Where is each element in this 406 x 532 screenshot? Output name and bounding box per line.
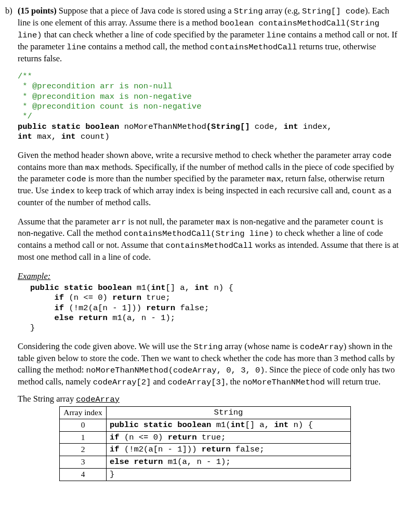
code-inline: String: [234, 7, 263, 16]
code-inline: count: [352, 187, 376, 196]
cell-str: }: [107, 469, 351, 481]
code-inline: codeArray: [300, 342, 344, 352]
ex: return: [146, 303, 180, 313]
ex: else return: [30, 313, 112, 323]
sig: code,: [255, 122, 284, 131]
question-container: b) (15 points) Suppose that a piece of J…: [5, 5, 399, 481]
txt: , the: [226, 377, 243, 387]
cell-str: else return m1(a, n - 1);: [107, 456, 351, 469]
table-title: The String array codeArray: [18, 393, 399, 405]
ex: [] a,: [165, 283, 194, 292]
txt: array (whose name is: [222, 341, 300, 351]
txt: that can check whether a line of code sp…: [42, 30, 267, 39]
jdoc-line: /**: [18, 72, 32, 81]
code-inline: line: [67, 43, 86, 52]
code-inline: count: [351, 218, 375, 227]
jdoc-line: * @precondition count is non-negative: [18, 102, 201, 111]
ex: if: [30, 293, 69, 302]
code-inline: containsMethodCall: [210, 43, 297, 52]
ex: public static boolean: [30, 283, 137, 292]
cell-idx: 0: [60, 419, 107, 431]
points-label: (15 points): [18, 6, 57, 16]
sig: int: [61, 132, 81, 141]
txt: is non-negative and the parameter: [230, 217, 351, 227]
code-inline: codeArray[2]: [93, 378, 151, 387]
code-inline: code: [372, 151, 391, 161]
code-inline: index: [51, 187, 75, 196]
ex: }: [30, 323, 35, 332]
code-array-table: Array index String 0 public static boole…: [59, 406, 351, 482]
ex: (!m2(a[n - 1])): [69, 303, 146, 313]
sig: int: [18, 132, 37, 141]
code-inline: codeArray: [76, 395, 120, 404]
cell-str: public static boolean m1(int[] a, int n)…: [107, 419, 351, 431]
sig: max,: [37, 132, 61, 141]
code-inline: String: [193, 342, 222, 352]
ex: m1(a, n - 1);: [112, 313, 175, 323]
txt: The String array: [18, 394, 76, 404]
cell-idx: 3: [60, 456, 107, 469]
txt: array (e.g,: [263, 6, 302, 16]
sig: index,: [303, 122, 337, 131]
txt: is not null, the parameter: [126, 217, 216, 227]
txt: Suppose that a piece of Java code is sto…: [57, 6, 234, 16]
txt: will return true.: [325, 377, 381, 387]
txt: to keep track of which array index is be…: [75, 185, 352, 195]
ex: int: [194, 283, 209, 292]
txt: contains more than: [18, 162, 85, 172]
table-header-row: Array index String: [60, 406, 351, 419]
code-inline: noMoreThanNMethod(codeArray, 0, 3, 0): [86, 366, 265, 375]
example-heading: Example:: [18, 271, 50, 281]
code-inline: containsMethodCall(String line): [124, 229, 273, 238]
th-string: String: [107, 406, 351, 419]
jdoc-line: * @precondition arr is non-null: [18, 82, 173, 91]
cell-idx: 4: [60, 469, 107, 481]
code-inline: containsMethodCall: [166, 241, 253, 250]
cell-idx: 2: [60, 444, 107, 456]
sig: count): [81, 132, 110, 141]
code-inline: code: [67, 175, 86, 184]
txt: contains a method call, the method: [86, 42, 210, 51]
code-inline: String[] code: [302, 7, 365, 16]
code-inline: max: [267, 175, 281, 184]
table-row: 3 else return m1(a, n - 1);: [60, 456, 351, 469]
table-row: 4 }: [60, 469, 351, 481]
ex: n) {: [209, 283, 233, 292]
question-content: (15 points) Suppose that a piece of Java…: [18, 5, 399, 481]
code-inline: line: [267, 31, 286, 40]
ex: if: [30, 303, 69, 313]
jdoc-line: * @precondition max is non-negative: [18, 92, 192, 101]
question-label: b): [5, 5, 18, 17]
table-row: 1 if (n <= 0) return true;: [60, 431, 351, 444]
para-2: Given the method header shown above, wri…: [18, 150, 399, 209]
ex: return: [112, 293, 146, 302]
code-inline: max: [216, 218, 230, 227]
sig: noMoreThanNMethod: [124, 122, 206, 131]
example-label: Example:: [18, 271, 399, 282]
para-4: Considering the code given above. We wil…: [18, 341, 399, 388]
txt: and: [151, 377, 167, 387]
ex: m1(: [137, 283, 151, 292]
cell-idx: 1: [60, 431, 107, 444]
code-inline: max: [85, 163, 100, 172]
jdoc-line: */: [18, 112, 32, 121]
txt: Assume that the parameter: [18, 217, 112, 227]
txt: Given the method header shown above, wri…: [18, 150, 372, 160]
sig: (String[]: [206, 122, 255, 131]
para-3: Assume that the parameter arr is not nul…: [18, 216, 399, 263]
code-inline: codeArray[3]: [168, 378, 226, 387]
code-inline: noMoreThanNMethod: [243, 378, 325, 387]
txt: is more than the number specified by the…: [86, 174, 267, 183]
cell-str: if (n <= 0) return true;: [107, 431, 351, 444]
ex: false;: [180, 303, 209, 313]
ex: (n <= 0): [69, 293, 112, 302]
ex: int: [151, 283, 166, 292]
example-code-block: public static boolean m1(int[] a, int n)…: [30, 283, 399, 334]
th-index: Array index: [60, 406, 107, 419]
code-inline: arr: [112, 218, 126, 227]
table-row: 0 public static boolean m1(int[] a, int …: [60, 419, 351, 431]
txt: Considering the code given above. We wil…: [18, 341, 193, 351]
ex: true;: [146, 293, 171, 302]
table-row: 2 if (!m2(a[n - 1])) return false;: [60, 444, 351, 456]
sig: int: [284, 122, 303, 131]
